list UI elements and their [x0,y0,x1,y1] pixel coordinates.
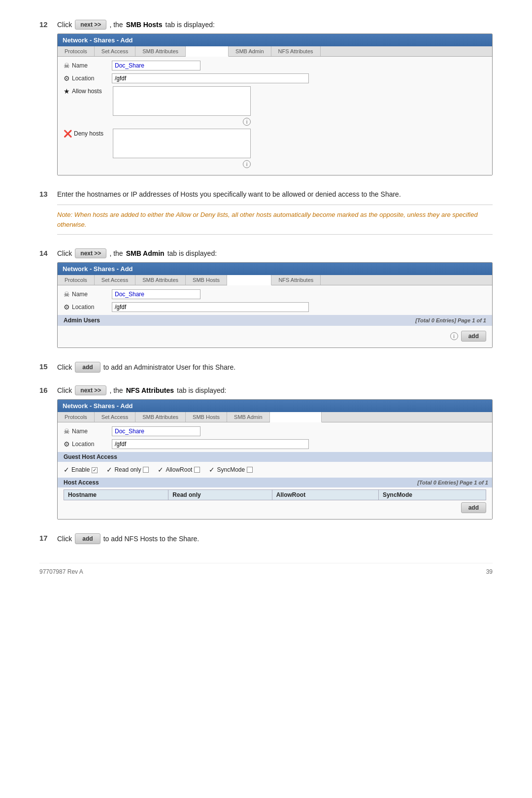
readonly-label[interactable]: ✓ Read only [106,466,149,474]
host-add-row: add [64,500,486,515]
tab2-smb-admin[interactable]: SMB Admin [227,275,271,285]
syncmode-label[interactable]: ✓ SyncMode [209,466,253,474]
location-label-2: ⚙ Location [64,303,108,311]
guest-access-row: ✓ Enable ✓ Read only ✓ AllowRoot [64,464,486,476]
panel-1-body: ☠ Name ⚙ Location ★ Allow ho [58,57,492,175]
note-text: Note: When hosts are added to either the… [57,210,493,229]
step-12-desc-post: tab is displayed: [166,21,215,29]
tab2-smb-attributes[interactable]: SMB Attributes [135,275,186,285]
location-field-row: ⚙ Location [64,73,486,83]
readonly-checkbox[interactable] [143,467,149,473]
tab3-set-access[interactable]: Set Access [95,412,135,422]
step-14: 14 Click next >> , the SMB Admin tab is … [39,248,493,353]
tab-smb-attributes[interactable]: SMB Attributes [135,46,186,56]
syncmode-checkbox[interactable] [247,467,253,473]
allow-info-icon[interactable]: i [243,118,251,126]
location-field-row-3: ⚙ Location [64,439,486,449]
deny-icon: ❌ [64,130,72,138]
add-button-15[interactable]: add [75,362,100,373]
step-12-desc-pre: , the [109,21,123,29]
name-input-2[interactable] [112,289,200,299]
step-15-click-label: Click [57,363,72,371]
tab3-nfs-attributes[interactable]: NFS Attributes [270,412,322,422]
admin-users-total: [Total 0 Entries] Page 1 of 1 [415,317,486,323]
host-add-button[interactable]: add [461,502,486,513]
step-14-click-label: Click [57,249,72,257]
step-17-description: to add NFS Hosts to the Share. [103,535,200,543]
allow-hosts-textarea[interactable] [113,86,251,116]
name-label-3: ☠ Name [64,427,108,435]
location-input[interactable] [112,73,309,83]
enable-label[interactable]: ✓ Enable [64,466,98,474]
step-14-content: Click next >> , the SMB Admin tab is dis… [57,248,493,353]
location-icon-3: ⚙ [64,440,70,448]
host-table-header-row: Hostname Read only AllowRoot SyncMode [64,490,486,500]
step-16-click-label: Click [57,386,72,394]
location-icon: ⚙ [64,74,70,82]
deny-hosts-textarea[interactable] [113,129,251,158]
enable-checkbox[interactable] [92,467,98,473]
name-icon: ☠ [64,62,70,69]
step-13-number: 13 [39,189,57,198]
step-15-content: Click add to add an Administrator User f… [57,362,493,377]
location-input-3[interactable] [112,439,309,449]
admin-add-row: i add [64,329,486,344]
name-input[interactable] [112,61,200,70]
admin-users-label: Admin Users [64,317,100,324]
host-access-total: [Total 0 Entries] Page 1 of 1 [417,480,488,486]
next-button-14[interactable]: next >> [75,248,106,258]
tab-protocols[interactable]: Protocols [58,46,95,56]
step-13-text: Enter the hostnames or IP addresses of H… [57,189,493,200]
allow-hosts-row: ★ Allow hosts i [64,86,486,126]
step-16-number: 16 [39,385,57,394]
tab3-smb-attributes[interactable]: SMB Attributes [135,412,186,422]
tab2-smb-hosts[interactable]: SMB Hosts [186,275,227,285]
name-icon-3: ☠ [64,427,70,435]
step-14-desc-pre: , the [109,249,123,257]
tab3-smb-admin[interactable]: SMB Admin [227,412,269,422]
tab2-protocols[interactable]: Protocols [58,275,95,285]
col-readonly: Read only [168,490,272,500]
allowroot-label[interactable]: ✓ AllowRoot [158,466,200,474]
next-button-16[interactable]: next >> [75,385,106,395]
name-field-row: ☠ Name [64,61,486,70]
tab-set-access[interactable]: Set Access [95,46,135,56]
deny-info-icon[interactable]: i [243,160,251,168]
tab3-smb-hosts[interactable]: SMB Hosts [186,412,227,422]
step-16-desc-pre: , the [109,386,123,394]
enable-icon: ✓ [64,466,69,474]
allowroot-checkbox[interactable] [194,467,200,473]
step-17: 17 Click add to add NFS Hosts to the Sha… [39,533,493,548]
step-12-content: Click next >> , the SMB Hosts tab is dis… [57,20,493,180]
step-12-click-label: Click [57,21,72,29]
admin-users-section: Admin Users [Total 0 Entries] Page 1 of … [58,315,492,326]
panel-1-header: Network - Shares - Add [58,34,492,46]
admin-info-icon[interactable]: i [450,332,458,340]
location-input-2[interactable] [112,302,309,312]
name-field-row-3: ☠ Name [64,426,486,436]
step-13: 13 Enter the hostnames or IP addresses o… [39,189,493,240]
note-label: Note: [57,211,72,218]
panel-2-tabs: Protocols Set Access SMB Attributes SMB … [58,275,492,285]
tab3-protocols[interactable]: Protocols [58,412,95,422]
readonly-icon: ✓ [106,466,112,474]
host-access-header: Host Access [Total 0 Entries] Page 1 of … [58,478,492,487]
admin-add-button[interactable]: add [461,331,486,342]
next-button-12[interactable]: next >> [75,20,106,30]
step-15: 15 Click add to add an Administrator Use… [39,362,493,377]
tab-smb-admin[interactable]: SMB Admin [229,46,271,56]
tab2-set-access[interactable]: Set Access [95,275,135,285]
name-input-3[interactable] [112,426,200,436]
step-14-tab-bold: SMB Admin [126,249,165,257]
tab-smb-hosts[interactable]: SMB Hosts [186,46,229,57]
page-number: 39 [486,568,493,575]
tab-nfs-attributes[interactable]: NFS Attributes [271,46,321,56]
step-12-tab-bold: SMB Hosts [126,21,163,29]
location-label-3: ⚙ Location [64,440,108,448]
add-button-17[interactable]: add [75,533,100,544]
tab2-nfs-attributes[interactable]: NFS Attributes [271,275,321,285]
panel-smb-hosts: Network - Shares - Add Protocols Set Acc… [57,34,493,175]
allow-hosts-label: ★ Allow hosts [64,86,108,95]
footer: 97707987 Rev A 39 [39,563,493,575]
col-syncmode: SyncMode [378,490,486,500]
